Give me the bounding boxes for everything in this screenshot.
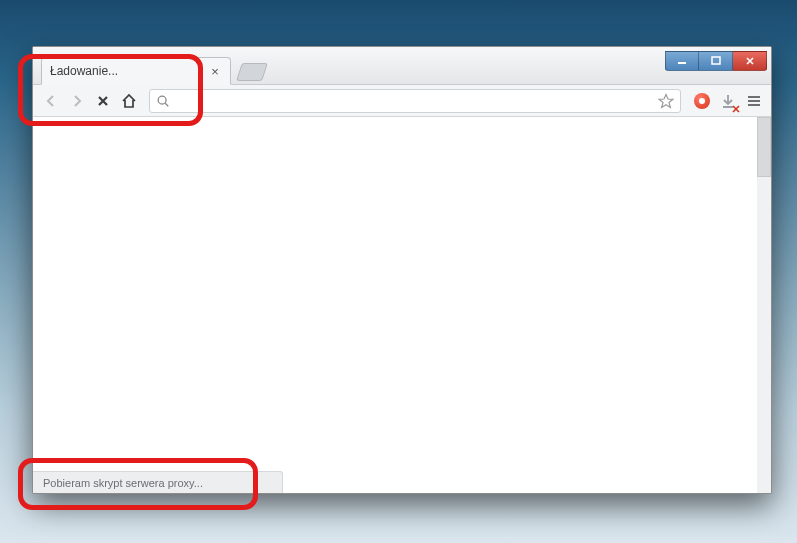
svg-point-2 <box>158 96 166 104</box>
download-error-badge-icon <box>732 105 740 113</box>
window-close-button[interactable] <box>733 51 767 71</box>
forward-button[interactable] <box>65 89 89 113</box>
tab-title: Ładowanie... <box>50 64 118 78</box>
new-tab-button[interactable] <box>236 63 268 81</box>
adblock-button[interactable] <box>691 90 713 112</box>
toolbar <box>33 85 771 117</box>
close-icon[interactable]: × <box>208 64 222 78</box>
tab-strip: Ładowanie... × <box>41 57 265 85</box>
downloads-button[interactable] <box>717 90 739 112</box>
window-controls <box>665 51 767 71</box>
stop-button[interactable] <box>91 89 115 113</box>
back-icon <box>43 93 59 109</box>
home-icon <box>121 93 137 109</box>
status-bar: Pobieram skrypt serwera proxy... <box>33 471 283 493</box>
status-text: Pobieram skrypt serwera proxy... <box>43 477 203 489</box>
maximize-button[interactable] <box>699 51 733 71</box>
search-icon <box>156 94 170 108</box>
svg-rect-0 <box>678 62 686 64</box>
minimize-icon <box>677 56 687 66</box>
forward-icon <box>69 93 85 109</box>
back-button[interactable] <box>39 89 63 113</box>
home-button[interactable] <box>117 89 141 113</box>
window-close-icon <box>745 56 755 66</box>
adblock-icon <box>694 93 710 109</box>
menu-button[interactable] <box>743 90 765 112</box>
star-icon[interactable] <box>658 93 674 109</box>
stop-icon <box>95 93 111 109</box>
page-content: Pobieram skrypt serwera proxy... <box>33 117 771 493</box>
titlebar[interactable]: Ładowanie... × <box>33 47 771 85</box>
scrollbar-thumb[interactable] <box>757 117 771 177</box>
svg-rect-1 <box>712 57 720 64</box>
maximize-icon <box>711 56 721 66</box>
browser-window: Ładowanie... × <box>32 46 772 494</box>
hamburger-icon <box>746 93 762 109</box>
minimize-button[interactable] <box>665 51 699 71</box>
omnibox[interactable] <box>149 89 681 113</box>
tab-active[interactable]: Ładowanie... × <box>41 57 231 85</box>
